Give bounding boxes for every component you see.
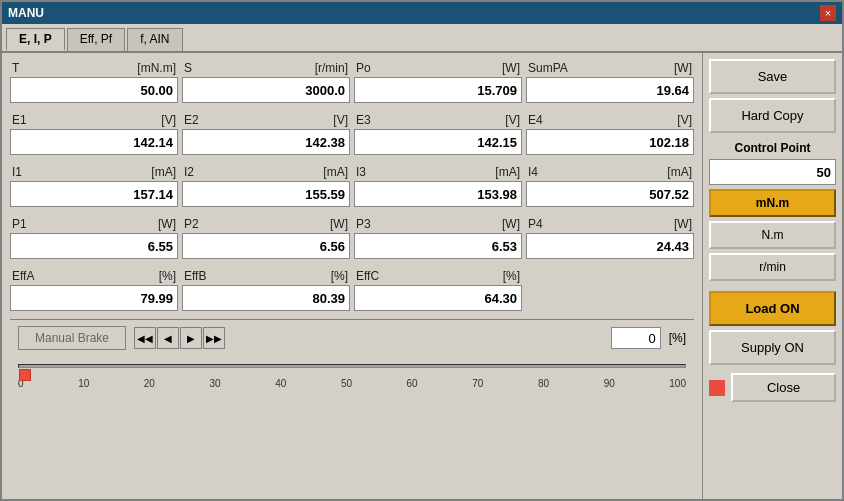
cell-p2-value: 6.56: [182, 233, 350, 259]
cell-i4: I4 [mA] 507.52: [526, 165, 694, 207]
cell-empty: [526, 269, 694, 311]
cell-effc-value: 64.30: [354, 285, 522, 311]
cell-i1-value: 157.14: [10, 181, 178, 207]
cell-p2-label: P2 [W]: [182, 217, 350, 231]
cell-e2-label: E2 [V]: [182, 113, 350, 127]
cell-e4: E4 [V] 102.18: [526, 113, 694, 155]
bottom-panel: Manual Brake ◀◀ ◀ ▶ ▶▶ 0 [%]: [10, 319, 694, 395]
cell-t-value: 50.00: [10, 77, 178, 103]
cell-i3: I3 [mA] 153.98: [354, 165, 522, 207]
cell-p3: P3 [W] 6.53: [354, 217, 522, 259]
cell-p2: P2 [W] 6.56: [182, 217, 350, 259]
cell-i2-value: 155.59: [182, 181, 350, 207]
main-window: MANU × E, I, P Eff, Pf f, AIN T [mN.m] 5…: [0, 0, 844, 501]
cell-effa: EffA [%] 79.99: [10, 269, 178, 311]
cell-sumpa-label: SumPA [W]: [526, 61, 694, 75]
row-5: EffA [%] 79.99 EffB [%] 80.39 EffC [%]: [10, 269, 694, 311]
cell-s-value: 3000.0: [182, 77, 350, 103]
cell-s: S [r/min] 3000.0: [182, 61, 350, 103]
cell-e3: E3 [V] 142.15: [354, 113, 522, 155]
cell-i3-label: I3 [mA]: [354, 165, 522, 179]
cell-effa-label: EffA [%]: [10, 269, 178, 283]
nav-first-button[interactable]: ◀◀: [134, 327, 156, 349]
right-panel: Save Hard Copy Control Point 50 mN.m N.m…: [702, 53, 842, 499]
close-button[interactable]: Close: [731, 373, 836, 402]
cell-i4-label: I4 [mA]: [526, 165, 694, 179]
tab-eff-pf[interactable]: Eff, Pf: [67, 28, 125, 51]
cell-i1: I1 [mA] 157.14: [10, 165, 178, 207]
close-red-square: [709, 380, 725, 396]
cell-p1-value: 6.55: [10, 233, 178, 259]
cell-e3-value: 142.15: [354, 129, 522, 155]
cell-sumpa: SumPA [W] 19.64: [526, 61, 694, 103]
cell-t-label: T [mN.m]: [10, 61, 178, 75]
supply-on-button[interactable]: Supply ON: [709, 330, 836, 365]
row-3: I1 [mA] 157.14 I2 [mA] 155.59 I3 [mA]: [10, 165, 694, 207]
cell-effc-label: EffC [%]: [354, 269, 522, 283]
cell-effb-value: 80.39: [182, 285, 350, 311]
slider-container: [18, 356, 686, 376]
cell-p3-label: P3 [W]: [354, 217, 522, 231]
nav-prev-button[interactable]: ◀: [157, 327, 179, 349]
cell-po: Po [W] 15.709: [354, 61, 522, 103]
hard-copy-button[interactable]: Hard Copy: [709, 98, 836, 133]
row-1: T [mN.m] 50.00 S [r/min] 3000.0 Po [W]: [10, 61, 694, 103]
nav-last-button[interactable]: ▶▶: [203, 327, 225, 349]
manual-brake-button[interactable]: Manual Brake: [18, 326, 126, 350]
cell-p1: P1 [W] 6.55: [10, 217, 178, 259]
close-row: Close: [709, 373, 836, 402]
nav-next-button[interactable]: ▶: [180, 327, 202, 349]
cell-e1: E1 [V] 142.14: [10, 113, 178, 155]
row-2: E1 [V] 142.14 E2 [V] 142.38 E3 [V]: [10, 113, 694, 155]
cell-effb: EffB [%] 80.39: [182, 269, 350, 311]
content-area: T [mN.m] 50.00 S [r/min] 3000.0 Po [W]: [2, 53, 842, 499]
cell-e4-label: E4 [V]: [526, 113, 694, 127]
load-on-button[interactable]: Load ON: [709, 291, 836, 326]
control-point-label: Control Point: [709, 141, 836, 155]
cell-i4-value: 507.52: [526, 181, 694, 207]
cell-effa-value: 79.99: [10, 285, 178, 311]
cell-p4-value: 24.43: [526, 233, 694, 259]
tab-bar: E, I, P Eff, Pf f, AIN: [2, 24, 842, 53]
window-close-button[interactable]: ×: [820, 5, 836, 21]
tab-e-i-p[interactable]: E, I, P: [6, 28, 65, 51]
unit-mn-m-button[interactable]: mN.m: [709, 189, 836, 217]
cell-e1-value: 142.14: [10, 129, 178, 155]
slider-track: [18, 364, 686, 368]
window-title: MANU: [8, 6, 44, 20]
cell-sumpa-value: 19.64: [526, 77, 694, 103]
cell-i2: I2 [mA] 155.59: [182, 165, 350, 207]
title-bar: MANU ×: [2, 2, 842, 24]
main-panel: T [mN.m] 50.00 S [r/min] 3000.0 Po [W]: [2, 53, 702, 499]
cell-s-label: S [r/min]: [182, 61, 350, 75]
row-4: P1 [W] 6.55 P2 [W] 6.56 P3 [W]: [10, 217, 694, 259]
cell-i2-label: I2 [mA]: [182, 165, 350, 179]
cell-effc: EffC [%] 64.30: [354, 269, 522, 311]
cell-e3-label: E3 [V]: [354, 113, 522, 127]
cell-p1-label: P1 [W]: [10, 217, 178, 231]
cell-p4-label: P4 [W]: [526, 217, 694, 231]
cell-po-label: Po [W]: [354, 61, 522, 75]
unit-n-m-button[interactable]: N.m: [709, 221, 836, 249]
unit-r-min-button[interactable]: r/min: [709, 253, 836, 281]
percent-value-display: 0: [611, 327, 661, 349]
cell-t: T [mN.m] 50.00: [10, 61, 178, 103]
cell-i3-value: 153.98: [354, 181, 522, 207]
slider-thumb[interactable]: [19, 369, 31, 381]
cell-e1-label: E1 [V]: [10, 113, 178, 127]
tab-f-ain[interactable]: f, AIN: [127, 28, 182, 51]
cell-p3-value: 6.53: [354, 233, 522, 259]
percent-label: [%]: [669, 331, 686, 345]
cell-p4: P4 [W] 24.43: [526, 217, 694, 259]
cell-e4-value: 102.18: [526, 129, 694, 155]
brake-row: Manual Brake ◀◀ ◀ ▶ ▶▶ 0 [%]: [18, 326, 686, 350]
cell-effb-label: EffB [%]: [182, 269, 350, 283]
cell-e2: E2 [V] 142.38: [182, 113, 350, 155]
control-point-value: 50: [709, 159, 836, 185]
cell-e2-value: 142.38: [182, 129, 350, 155]
cell-i1-label: I1 [mA]: [10, 165, 178, 179]
nav-buttons: ◀◀ ◀ ▶ ▶▶: [134, 327, 225, 349]
save-button[interactable]: Save: [709, 59, 836, 94]
slider-labels: 0 10 20 30 40 50 60 70 80 90 100: [18, 378, 686, 389]
cell-po-value: 15.709: [354, 77, 522, 103]
